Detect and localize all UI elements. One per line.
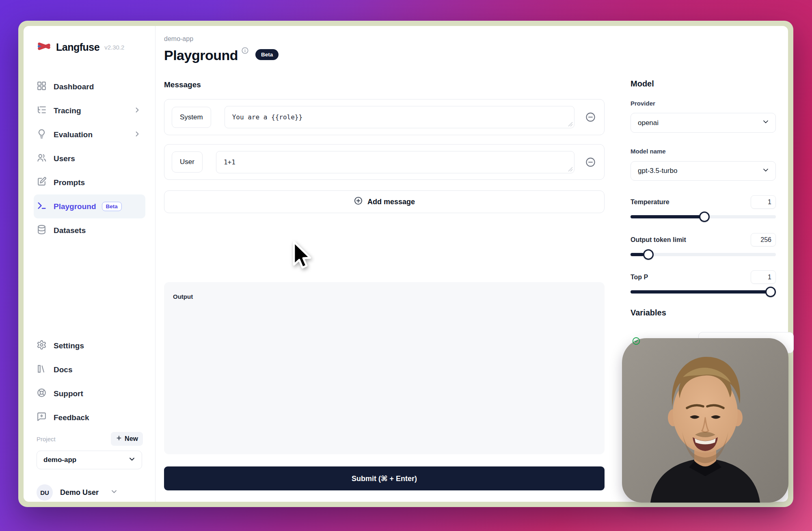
terminal-icon: [37, 201, 47, 212]
output-token-limit-slider[interactable]: [631, 249, 776, 260]
model-name-label: Model name: [631, 148, 776, 155]
add-message-button[interactable]: Add message: [164, 190, 605, 213]
sidebar-item-label: Dashboard: [54, 82, 94, 91]
sidebar-footer: Settings Docs Support: [37, 334, 146, 501]
slider-thumb[interactable]: [699, 212, 710, 222]
resize-grip-icon[interactable]: [568, 122, 573, 127]
chevron-right-icon: [133, 130, 141, 140]
playground-beta-badge: Beta: [102, 202, 122, 211]
user-menu[interactable]: DU Demo User: [37, 484, 146, 501]
sidebar-item-docs[interactable]: Docs: [34, 358, 145, 382]
sidebar-item-label: Users: [54, 154, 75, 163]
sidebar-item-settings[interactable]: Settings: [34, 334, 145, 358]
message-row-system: System You are a {{role}}: [164, 99, 605, 135]
sidebar-item-feedback[interactable]: Feedback: [34, 406, 145, 430]
lightbulb-icon: [37, 129, 47, 140]
plus-circle-icon: [354, 196, 363, 207]
user-name: Demo User: [60, 488, 99, 497]
chevron-down-icon: [128, 455, 136, 465]
slider-fill: [631, 253, 644, 256]
sidebar-item-label: Docs: [54, 365, 72, 374]
project-select-value: demo-app: [43, 456, 76, 464]
remove-message-button[interactable]: [585, 157, 596, 168]
message-plus-icon: [37, 412, 47, 423]
sidebar-item-label: Prompts: [54, 178, 85, 187]
slider-thumb[interactable]: [643, 249, 654, 260]
brand: Langfuse v2.30.2: [37, 40, 146, 54]
users-icon: [37, 153, 47, 164]
sidebar-item-evaluation[interactable]: Evaluation: [34, 123, 145, 147]
chevron-down-icon: [762, 118, 770, 128]
sidebar-item-label: Feedback: [54, 413, 89, 422]
message-content-text: 1+1: [224, 158, 235, 166]
provider-select[interactable]: openai: [631, 113, 776, 133]
top-p-label: Top P: [631, 274, 648, 281]
provider-label: Provider: [631, 100, 776, 107]
info-icon[interactable]: [241, 47, 249, 56]
tracing-icon: [37, 105, 47, 117]
life-buoy-icon: [37, 388, 47, 399]
sidebar-item-label: Evaluation: [54, 130, 93, 139]
avatar: DU: [37, 484, 53, 501]
sidebar-item-label: Settings: [54, 341, 84, 350]
sidebar-item-datasets[interactable]: Datasets: [34, 218, 145, 242]
messages-heading: Messages: [164, 81, 605, 88]
gear-icon: [37, 340, 47, 352]
edit-square-icon: [37, 177, 47, 188]
chevron-right-icon: [133, 106, 141, 116]
check-circle-icon: [632, 337, 641, 347]
output-token-limit-value-input[interactable]: 256: [751, 233, 776, 246]
webcam-video: [622, 338, 788, 503]
message-row-user: User 1+1: [164, 144, 605, 180]
new-project-button[interactable]: New: [111, 432, 143, 446]
webcam-overlay: [622, 338, 788, 503]
slider-fill: [631, 215, 705, 218]
sidebar-item-prompts[interactable]: Prompts: [34, 171, 145, 194]
main-content: demo-app Playground Beta Messages System…: [164, 26, 605, 490]
message-content-text: You are a {{role}}: [232, 113, 302, 121]
sidebar-item-dashboard[interactable]: Dashboard: [34, 75, 145, 99]
role-button[interactable]: User: [172, 151, 203, 173]
message-content-input[interactable]: 1+1: [216, 151, 574, 173]
sidebar-item-support[interactable]: Support: [34, 382, 145, 406]
provider-value: openai: [638, 119, 659, 127]
message-content-input[interactable]: You are a {{role}}: [225, 106, 574, 128]
sidebar-nav: Dashboard Tracing: [37, 75, 146, 242]
temperature-value-input[interactable]: 1: [751, 195, 776, 209]
sidebar: Langfuse v2.30.2 Dashboard Traci: [24, 26, 155, 502]
beta-badge: Beta: [255, 49, 279, 60]
sidebar-item-label: Tracing: [54, 106, 81, 115]
output-token-limit-label: Output token limit: [631, 236, 686, 244]
slider-thumb[interactable]: [765, 287, 776, 297]
mouse-cursor: [291, 240, 313, 274]
slider-fill: [631, 290, 776, 294]
dashboard-icon: [37, 81, 47, 93]
output-label: Output: [173, 293, 193, 300]
brand-name: Langfuse: [56, 41, 99, 53]
langfuse-logo-icon: [37, 41, 51, 54]
model-heading: Model: [631, 26, 776, 88]
temperature-slider[interactable]: [631, 212, 776, 222]
library-icon: [37, 364, 47, 376]
resize-grip-icon[interactable]: [568, 167, 573, 172]
submit-button[interactable]: Submit (⌘ + Enter): [164, 466, 605, 490]
role-button[interactable]: System: [172, 107, 211, 128]
chevron-down-icon: [110, 488, 118, 497]
output-panel: Output: [164, 282, 605, 454]
new-project-button-label: New: [125, 435, 138, 442]
remove-message-button[interactable]: [585, 112, 596, 123]
sidebar-item-users[interactable]: Users: [34, 147, 145, 171]
model-name-value: gpt-3.5-turbo: [638, 167, 677, 175]
temperature-label: Temperature: [631, 199, 669, 206]
top-p-value-input[interactable]: 1: [751, 270, 776, 284]
model-name-select[interactable]: gpt-3.5-turbo: [631, 161, 776, 181]
sidebar-item-playground[interactable]: Playground Beta: [34, 194, 145, 218]
screen-background: Langfuse v2.30.2 Dashboard Traci: [0, 0, 812, 531]
database-icon: [37, 224, 47, 236]
sidebar-item-label: Support: [54, 389, 83, 398]
sidebar-item-tracing[interactable]: Tracing: [34, 99, 145, 123]
top-p-slider[interactable]: [631, 287, 776, 297]
project-select[interactable]: demo-app: [37, 451, 142, 469]
project-label: Project: [37, 436, 56, 442]
plus-icon: [116, 435, 122, 443]
